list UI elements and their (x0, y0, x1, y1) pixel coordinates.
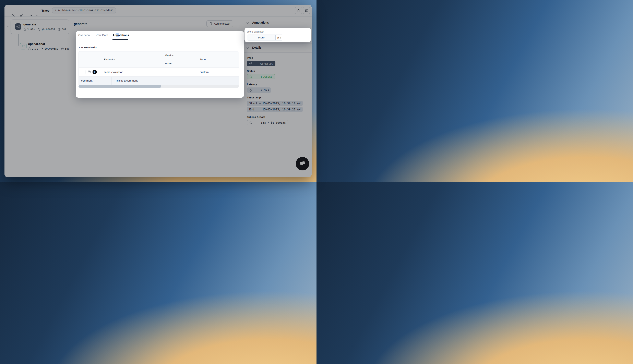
header-metric-score: score (161, 60, 196, 67)
annotation-score-card: score-evaluator score µ 5 (244, 28, 311, 42)
table-row: 1 score-evaluator 5 custom (79, 67, 239, 76)
trace-modal: Trace # 1cbb70e7-34a1-7bb7-3498-771b7d46… (4, 5, 312, 177)
header-type: Type (196, 52, 239, 67)
header-metrics: Metrics (161, 52, 196, 60)
score-metric-field[interactable]: score (247, 35, 276, 40)
comment-value: This is a comment (112, 77, 239, 84)
comments-button[interactable] (87, 70, 91, 74)
annotations-tab-card: Overview Raw Data Annotations score-eval… (76, 31, 244, 98)
horizontal-scrollbar (78, 85, 239, 88)
comment-label: comment (79, 77, 112, 84)
cell-evaluator: score-evaluator (100, 68, 161, 76)
tab-overview[interactable]: Overview (78, 34, 90, 37)
score-value-field[interactable]: µ 5 (276, 35, 283, 40)
annotations-table: Evaluator Metrics Type score 1 score-eva… (78, 51, 239, 85)
comment-count-badge: 1 (92, 70, 96, 74)
annotation-evaluator-label: score-evaluator (247, 30, 264, 33)
header-controls-cell (79, 52, 100, 67)
row-controls-cell: 1 (79, 68, 100, 76)
active-tab-underline (112, 39, 128, 40)
cell-type: custom (196, 68, 239, 76)
score-control: score µ 5 (247, 34, 283, 40)
collapse-row-button[interactable] (81, 70, 86, 74)
horizontal-scrollbar-thumb[interactable] (78, 85, 161, 88)
cell-score: 5 (161, 68, 196, 76)
minus-icon (82, 71, 84, 74)
comment-row: comment This is a comment (79, 76, 239, 84)
tab-annotations[interactable]: Annotations (112, 34, 129, 37)
table-header: Evaluator Metrics Type score (79, 52, 239, 67)
evaluator-section-title: score-evaluator (78, 46, 98, 49)
tab-bar: Overview Raw Data Annotations (76, 31, 244, 40)
header-evaluator: Evaluator (100, 52, 161, 67)
comment-icon (87, 70, 91, 74)
tab-raw-data[interactable]: Raw Data (96, 34, 108, 37)
